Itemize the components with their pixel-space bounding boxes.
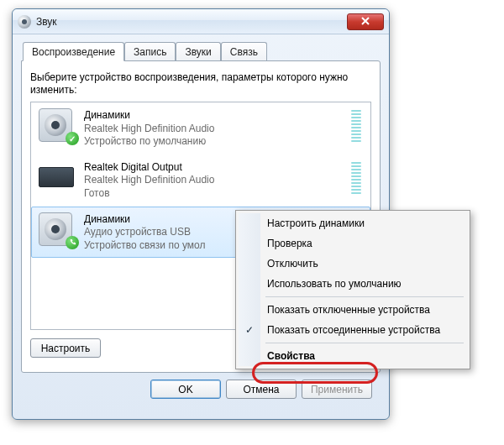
configure-button[interactable]: Настроить (30, 338, 101, 358)
device-text: Realtek Digital Output Realtek High Defi… (84, 160, 343, 201)
context-menu: Настроить динамики Проверка Отключить Ис… (235, 210, 470, 369)
device-item[interactable]: Realtek Digital Output Realtek High Defi… (31, 154, 370, 207)
device-status: Готов (84, 187, 343, 201)
cm-show-disconnected[interactable]: ✓ Показать отсоединенные устройства (239, 320, 467, 340)
device-driver: Realtek High Definition Audio (84, 174, 343, 187)
ok-button[interactable]: OK (150, 380, 221, 399)
device-item[interactable]: Динамики Realtek High Definition Audio У… (31, 102, 370, 154)
apply-button[interactable]: Применить (302, 380, 372, 399)
tab-strip: Воспроизведение Запись Звуки Связь (23, 41, 381, 60)
device-name: Realtek Digital Output (84, 161, 343, 175)
level-meter (351, 162, 361, 194)
device-status: Устройство по умолчанию (84, 135, 343, 149)
window-title: Звук (36, 16, 347, 28)
default-comm-badge (66, 236, 79, 249)
digital-output-icon (39, 160, 76, 194)
dialog-buttons: OK Отмена Применить (21, 373, 381, 399)
tab-communications[interactable]: Связь (221, 42, 267, 61)
tab-playback[interactable]: Воспроизведение (23, 42, 124, 61)
level-meter (351, 110, 361, 142)
close-icon (361, 16, 370, 28)
check-icon: ✓ (245, 324, 254, 336)
cm-separator (265, 296, 464, 297)
device-text: Динамики Realtek High Definition Audio У… (84, 108, 343, 149)
cm-set-default[interactable]: Использовать по умолчанию (239, 274, 467, 294)
cm-disable[interactable]: Отключить (239, 254, 467, 274)
speaker-icon (39, 108, 76, 142)
titlebar[interactable]: Звук (13, 9, 389, 34)
device-name: Динамики (84, 109, 343, 123)
cm-label: Показать отсоединенные устройства (267, 324, 440, 336)
tab-recording[interactable]: Запись (124, 42, 176, 61)
instruction-text: Выберите устройство воспроизведения, пар… (30, 71, 371, 97)
cm-configure-speakers[interactable]: Настроить динамики (239, 213, 467, 233)
cancel-button[interactable]: Отмена (226, 380, 297, 399)
cm-test[interactable]: Проверка (239, 233, 467, 254)
cm-properties[interactable]: Свойства (239, 346, 467, 366)
device-driver: Realtek High Definition Audio (84, 123, 343, 136)
speaker-icon (39, 212, 76, 246)
default-check-badge (66, 132, 79, 145)
sound-icon (18, 15, 31, 29)
cm-show-disabled[interactable]: Показать отключенные устройства (239, 300, 467, 320)
close-button[interactable] (347, 13, 384, 30)
cm-separator (265, 343, 464, 343)
tab-sounds[interactable]: Звуки (176, 42, 220, 61)
